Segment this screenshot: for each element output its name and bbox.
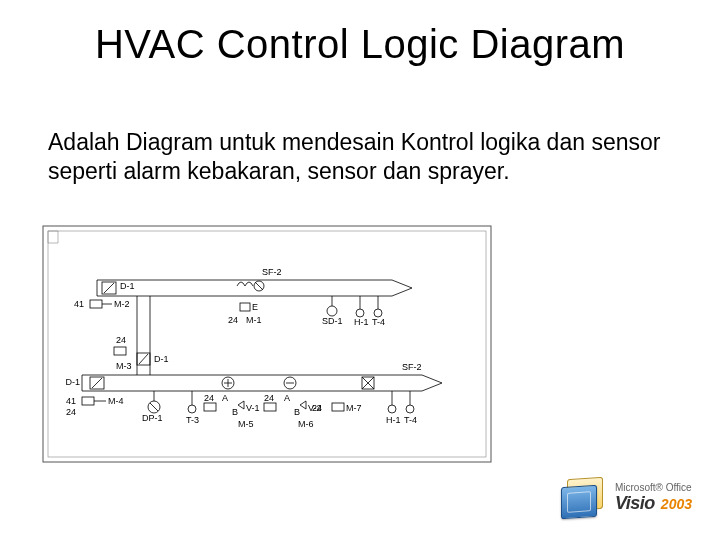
duct2-tag: SF-2: [402, 362, 422, 372]
l-41: 41: [66, 396, 76, 406]
svg-point-9: [327, 306, 337, 316]
u-d1: D-1: [120, 281, 135, 291]
svg-rect-19: [114, 347, 126, 355]
l-24b: 24: [264, 393, 274, 403]
l-b2: B: [294, 407, 300, 417]
l-b1: B: [232, 407, 238, 417]
svg-line-3: [104, 283, 114, 293]
hvac-diagram: SF-2 D-1 41 M-2 E 24: [42, 225, 492, 465]
u-41: 41: [74, 299, 84, 309]
u-h1: H-1: [354, 317, 369, 327]
l-a1: A: [222, 393, 228, 403]
svg-point-12: [356, 309, 364, 317]
u-sd1: SD-1: [322, 316, 343, 326]
l-t3: T-3: [186, 415, 199, 425]
u-m2: M-2: [114, 299, 130, 309]
mid-24: 24: [116, 335, 126, 345]
l-24a: 24: [204, 393, 214, 403]
svg-line-25: [150, 403, 158, 411]
svg-point-28: [188, 405, 196, 413]
visio-product: Visio: [615, 493, 655, 514]
l-a2: A: [284, 393, 290, 403]
svg-rect-29: [204, 403, 216, 411]
l-m6: M-6: [298, 419, 314, 429]
l-dp1: DP-1: [142, 413, 163, 423]
slide-body: Adalah Diagram untuk mendesain Kontrol l…: [48, 128, 672, 186]
l-m7-24: 24: [312, 403, 322, 413]
u-24: 24: [228, 315, 238, 325]
visio-logo: Microsoft® Office Visio 2003: [561, 478, 692, 518]
svg-rect-1: [48, 231, 486, 457]
svg-rect-0: [43, 226, 491, 462]
svg-rect-22: [82, 397, 94, 405]
u-M1: M-1: [246, 315, 262, 325]
l-d1: D-1: [65, 377, 80, 387]
u-t4: T-4: [372, 317, 385, 327]
l-m7: M-7: [346, 403, 362, 413]
l-m5: M-5: [238, 419, 254, 429]
l-24: 24: [66, 407, 76, 417]
svg-line-7: [255, 282, 263, 290]
svg-line-18: [139, 354, 148, 364]
svg-rect-8: [240, 303, 250, 311]
visio-vendor: Microsoft® Office: [615, 482, 692, 493]
svg-point-14: [374, 309, 382, 317]
l-h1: H-1: [386, 415, 401, 425]
visio-year: 2003: [661, 496, 692, 512]
l-v1: V-1: [246, 403, 260, 413]
svg-point-43: [406, 405, 414, 413]
svg-rect-4: [90, 300, 102, 308]
u-E: E: [252, 302, 258, 312]
svg-rect-33: [264, 403, 276, 411]
svg-point-41: [388, 405, 396, 413]
mid-m3: M-3: [116, 361, 132, 371]
slide-title: HVAC Control Logic Diagram: [0, 22, 720, 67]
mid-d1: D-1: [154, 354, 169, 364]
l-m4: M-4: [108, 396, 124, 406]
svg-line-21: [92, 378, 102, 388]
lower-duct: SF-2 D-1 41 24 M-4 DP-1 T-3: [65, 362, 442, 429]
visio-logo-icon: [561, 478, 607, 518]
duct1-tag: SF-2: [262, 267, 282, 277]
svg-rect-36: [332, 403, 344, 411]
l-t4: T-4: [404, 415, 417, 425]
upper-duct: SF-2 D-1 41 M-2 E 24: [74, 267, 412, 327]
